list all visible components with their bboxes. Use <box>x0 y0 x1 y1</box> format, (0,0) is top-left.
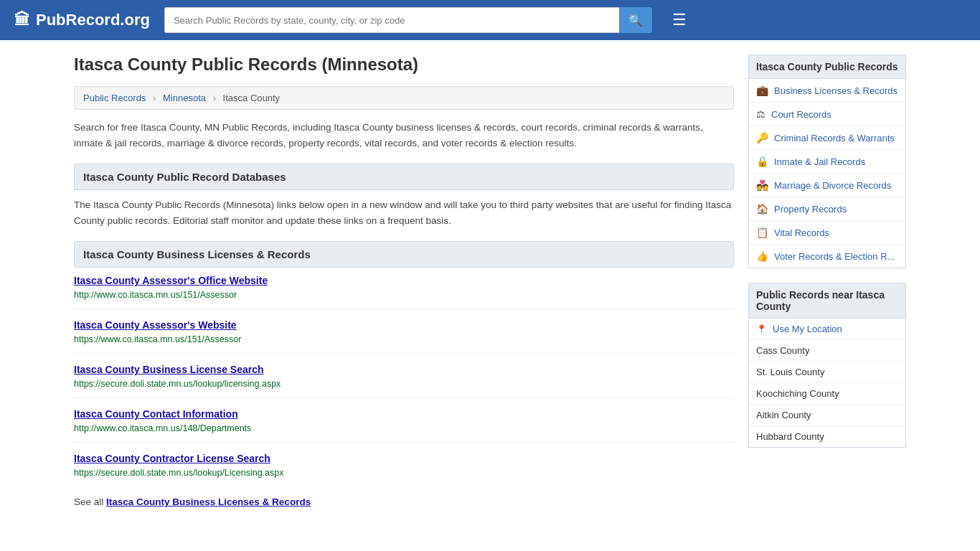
sidebar-record-label: Marriage & Divorce Records <box>774 180 891 191</box>
search-button[interactable]: 🔍 <box>619 7 652 33</box>
use-location-link[interactable]: 📍 Use My Location <box>749 319 905 339</box>
sidebar-record-item[interactable]: 🔑 Criminal Records & Warrants <box>749 126 905 150</box>
logo-icon: 🏛 <box>14 11 30 29</box>
search-input[interactable] <box>164 7 619 33</box>
sidebar-record-link[interactable]: ⚖ Court Records <box>749 103 905 126</box>
nearby-county-link[interactable]: St. Louis County <box>749 362 905 382</box>
nearby-county-name: Aitkin County <box>756 410 811 420</box>
sidebar-record-label: Inmate & Jail Records <box>774 156 865 167</box>
sidebar-record-link[interactable]: 💼 Business Licenses & Records <box>749 79 905 102</box>
breadcrumb-minnesota[interactable]: Minnesota <box>163 93 206 103</box>
sidebar-records-title: Itasca County Public Records <box>748 55 906 79</box>
content-area: Itasca County Public Records (Minnesota)… <box>74 55 734 507</box>
sidebar-record-label: Criminal Records & Warrants <box>774 133 895 143</box>
sidebar-record-link[interactable]: 👍 Voter Records & Election R... <box>749 245 905 268</box>
menu-button[interactable]: ☰ <box>666 8 692 32</box>
sidebar-record-link[interactable]: 📋 Vital Records <box>749 221 905 244</box>
databases-section-header: Itasca County Public Record Databases <box>74 164 734 190</box>
location-icon: 📍 <box>756 324 767 334</box>
breadcrumb-public-records[interactable]: Public Records <box>83 93 146 103</box>
record-type-icon: 💼 <box>756 85 768 96</box>
record-type-icon: ⚖ <box>756 108 765 120</box>
record-item: Itasca County Assessor's Website https:/… <box>74 319 734 354</box>
see-all-line: See all Itasca County Business Licenses … <box>74 496 734 507</box>
logo-text: PubRecord.org <box>36 11 150 29</box>
sidebar-record-item[interactable]: 💼 Business Licenses & Records <box>749 79 905 103</box>
sidebar: Itasca County Public Records 💼 Business … <box>748 55 906 507</box>
nearby-county-item[interactable]: St. Louis County <box>749 362 905 383</box>
record-link-url: http://www.co.itasca.mn.us/151/Assessor <box>74 290 237 300</box>
record-item: Itasca County Contractor License Search … <box>74 453 734 486</box>
record-link-url: https://secure.doli.state.mn.us/lookup/l… <box>74 379 281 389</box>
sidebar-record-item[interactable]: 🔒 Inmate & Jail Records <box>749 150 905 174</box>
search-container: 🔍 <box>164 7 652 33</box>
breadcrumb-sep-2: › <box>213 93 216 103</box>
sidebar-record-link[interactable]: 🔑 Criminal Records & Warrants <box>749 126 905 149</box>
record-link-title[interactable]: Itasca County Business License Search <box>74 364 734 375</box>
page-title: Itasca County Public Records (Minnesota) <box>74 55 734 75</box>
nearby-county-link[interactable]: Hubbard County <box>749 426 905 447</box>
record-item: Itasca County Contact Information http:/… <box>74 408 734 443</box>
record-link-title[interactable]: Itasca County Contractor License Search <box>74 453 734 464</box>
sidebar-record-link[interactable]: 💑 Marriage & Divorce Records <box>749 174 905 197</box>
menu-icon: ☰ <box>672 11 687 29</box>
nearby-county-item[interactable]: Koochiching County <box>749 383 905 405</box>
databases-desc: The Itasca County Public Records (Minnes… <box>74 197 734 228</box>
site-logo[interactable]: 🏛 PubRecord.org <box>14 11 150 29</box>
sidebar-records-list: 💼 Business Licenses & Records ⚖ Court Re… <box>748 79 906 268</box>
sidebar-nearby-section: Public Records near Itasca County 📍 Use … <box>748 283 906 448</box>
sidebar-nearby-list: 📍 Use My Location Cass County St. Louis … <box>748 319 906 448</box>
nearby-county-item[interactable]: Hubbard County <box>749 426 905 447</box>
sidebar-record-item[interactable]: ⚖ Court Records <box>749 103 905 126</box>
record-item: Itasca County Assessor's Office Website … <box>74 275 734 309</box>
main-container: Itasca County Public Records (Minnesota)… <box>60 40 920 522</box>
see-all-text: See all <box>74 496 106 507</box>
record-type-icon: 🔑 <box>756 132 768 143</box>
nearby-county-name: St. Louis County <box>756 367 824 377</box>
sidebar-record-link[interactable]: 🔒 Inmate & Jail Records <box>749 150 905 173</box>
site-header: 🏛 PubRecord.org 🔍 ☰ <box>0 0 980 40</box>
record-link-url: https://secure.doli.state.mn.us/lookup/L… <box>74 468 284 478</box>
sidebar-record-label: Business Licenses & Records <box>774 85 897 96</box>
sidebar-record-label: Vital Records <box>774 227 829 238</box>
sidebar-record-link[interactable]: 🏠 Property Records <box>749 197 905 220</box>
record-link-url: https://www.co.itasca.mn.us/151/Assessor <box>74 334 241 344</box>
search-icon: 🔍 <box>628 14 643 27</box>
sidebar-record-item[interactable]: 📋 Vital Records <box>749 221 905 245</box>
use-location-item[interactable]: 📍 Use My Location <box>749 319 905 340</box>
breadcrumb: Public Records › Minnesota › Itasca Coun… <box>74 86 734 110</box>
breadcrumb-sep-1: › <box>153 93 156 103</box>
nearby-county-name: Hubbard County <box>756 431 824 442</box>
record-link-title[interactable]: Itasca County Contact Information <box>74 408 734 420</box>
record-item: Itasca County Business License Search ht… <box>74 364 734 398</box>
records-list: Itasca County Assessor's Office Website … <box>74 275 734 486</box>
nearby-county-name: Cass County <box>756 345 809 356</box>
record-type-icon: 🔒 <box>756 156 768 167</box>
nearby-county-link[interactable]: Cass County <box>749 340 905 361</box>
nearby-county-link[interactable]: Aitkin County <box>749 405 905 425</box>
record-type-icon: 📋 <box>756 227 768 238</box>
sidebar-record-item[interactable]: 🏠 Property Records <box>749 197 905 221</box>
use-location-label: Use My Location <box>773 324 842 334</box>
nearby-county-item[interactable]: Cass County <box>749 340 905 362</box>
sidebar-record-item[interactable]: 👍 Voter Records & Election R... <box>749 245 905 268</box>
intro-text: Search for free Itasca County, MN Public… <box>74 120 734 151</box>
sidebar-records-section: Itasca County Public Records 💼 Business … <box>748 55 906 268</box>
sidebar-nearby-title: Public Records near Itasca County <box>748 283 906 319</box>
sidebar-record-label: Voter Records & Election R... <box>774 251 895 262</box>
sidebar-record-label: Court Records <box>771 109 831 120</box>
nearby-county-name: Koochiching County <box>756 388 839 399</box>
nearby-county-link[interactable]: Koochiching County <box>749 383 905 404</box>
sidebar-record-label: Property Records <box>774 204 847 215</box>
nearby-county-item[interactable]: Aitkin County <box>749 405 905 426</box>
record-link-url: http://www.co.itasca.mn.us/148/Departmen… <box>74 423 251 433</box>
business-section-header: Itasca County Business Licenses & Record… <box>74 241 734 268</box>
see-all-link[interactable]: Itasca County Business Licenses & Record… <box>106 496 311 507</box>
record-link-title[interactable]: Itasca County Assessor's Office Website <box>74 275 734 286</box>
record-type-icon: 💑 <box>756 179 768 191</box>
breadcrumb-current: Itasca County <box>223 93 281 103</box>
sidebar-record-item[interactable]: 💑 Marriage & Divorce Records <box>749 174 905 197</box>
record-type-icon: 🏠 <box>756 203 768 215</box>
record-link-title[interactable]: Itasca County Assessor's Website <box>74 319 734 331</box>
record-type-icon: 👍 <box>756 250 768 262</box>
